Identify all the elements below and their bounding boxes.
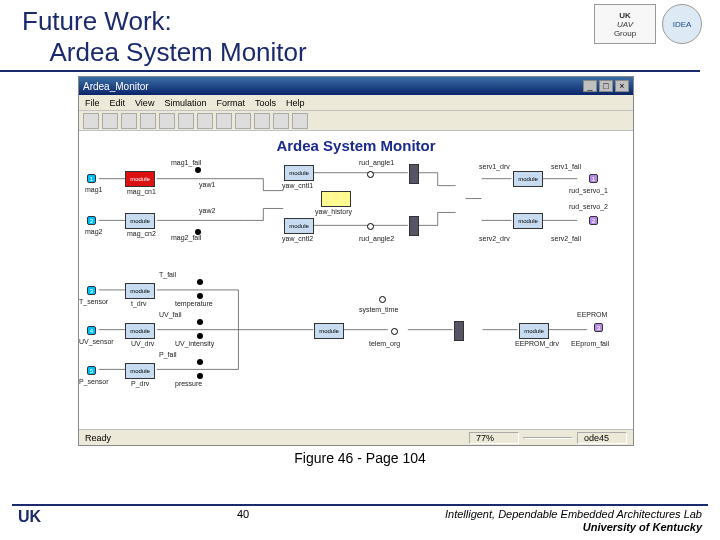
label-serv1-fail: serv1_fail	[551, 163, 581, 170]
junction-icon	[391, 328, 398, 335]
menu-edit[interactable]: Edit	[110, 98, 126, 108]
module-t-drv[interactable]: module	[125, 283, 155, 299]
label-eeprom: EEPROM	[577, 311, 607, 318]
terminator-icon	[197, 333, 203, 339]
label-t-sensor: T_sensor	[79, 298, 108, 305]
terminator-icon	[197, 293, 203, 299]
menu-view[interactable]: View	[135, 98, 154, 108]
logo-uav: UK UAV Group	[594, 4, 656, 44]
outport-eeprom[interactable]: 3	[594, 323, 603, 332]
label-rud-servo-2: rud_servo_2	[569, 203, 608, 210]
label-eeprom-drv: EEPROM_drv	[515, 340, 559, 347]
menu-help[interactable]: Help	[286, 98, 305, 108]
toolbar-button[interactable]	[216, 113, 232, 129]
module-telem[interactable]: module	[314, 323, 344, 339]
label-mag-cn1: mag_cn1	[127, 188, 156, 195]
module-mag-cn1-red[interactable]: module	[125, 171, 155, 187]
toolbar-button[interactable]	[292, 113, 308, 129]
toolbar-button[interactable]	[159, 113, 175, 129]
figure-caption: Figure 46 - Page 104	[0, 450, 720, 466]
label-pressure: pressure	[175, 380, 202, 387]
window-titlebar[interactable]: Ardea_Monitor _ □ ×	[79, 77, 633, 95]
menu-tools[interactable]: Tools	[255, 98, 276, 108]
menu-format[interactable]: Format	[216, 98, 245, 108]
label-mag2: mag2	[85, 228, 103, 235]
junction-icon	[379, 296, 386, 303]
toolbar-button[interactable]	[178, 113, 194, 129]
canvas-title: Ardea System Monitor	[276, 137, 435, 154]
module-p-drv[interactable]: module	[125, 363, 155, 379]
module-yaw-cntl2[interactable]: module	[284, 218, 314, 234]
terminator-icon	[197, 359, 203, 365]
label-mag2-fail: mag2_fail	[171, 234, 201, 241]
menubar: File Edit View Simulation Format Tools H…	[79, 95, 633, 111]
module-eeprom-drv[interactable]: module	[519, 323, 549, 339]
label-p-drv: P_drv	[131, 380, 149, 387]
toolbar-button[interactable]	[102, 113, 118, 129]
statusbar: Ready 77% ode45	[79, 429, 633, 445]
title-rule	[0, 70, 700, 72]
lab-credit: Intelligent, Dependable Embedded Archite…	[445, 508, 702, 534]
port-mag1[interactable]: 1	[87, 174, 96, 183]
label-uv-intensity: UV_intensity	[175, 340, 214, 347]
maximize-button[interactable]: □	[599, 80, 613, 92]
toolbar-button[interactable]	[235, 113, 251, 129]
diagram-canvas[interactable]: Ardea System Monitor	[79, 131, 633, 429]
port-t-sensor[interactable]: 3	[87, 286, 96, 295]
toolbar-button[interactable]	[254, 113, 270, 129]
switch-block[interactable]	[409, 164, 419, 184]
minimize-button[interactable]: _	[583, 80, 597, 92]
toolbar-button[interactable]	[197, 113, 213, 129]
page-number: 40	[237, 508, 249, 520]
label-system-time: system_time	[359, 306, 398, 313]
label-serv2-fail: serv2_fail	[551, 235, 581, 242]
module-mag-cn2[interactable]: module	[125, 213, 155, 229]
status-blank	[523, 437, 573, 439]
toolbar-button[interactable]	[140, 113, 156, 129]
label-mag1: mag1	[85, 186, 103, 193]
footer: UK 40 Intelligent, Dependable Embedded A…	[0, 504, 720, 534]
terminator-icon	[197, 373, 203, 379]
menu-simulation[interactable]: Simulation	[164, 98, 206, 108]
label-p-sensor: P_sensor	[79, 378, 109, 385]
label-temperature: temperature	[175, 300, 213, 307]
module-serv1[interactable]: module	[513, 171, 543, 187]
switch-block[interactable]	[409, 216, 419, 236]
label-yaw-cntl2: yaw_cntl2	[282, 235, 313, 242]
logo-idea: IDEA	[662, 4, 702, 44]
label-telem-org: telem_org	[369, 340, 400, 347]
module-yaw-history[interactable]	[321, 191, 351, 207]
label-rud-angle2: rud_angle2	[359, 235, 394, 242]
toolbar-button[interactable]	[121, 113, 137, 129]
label-eeprom-fail: EEprom_fail	[571, 340, 609, 347]
terminator-icon	[197, 319, 203, 325]
menu-file[interactable]: File	[85, 98, 100, 108]
port-p-sensor[interactable]: 5	[87, 366, 96, 375]
switch-block[interactable]	[454, 321, 464, 341]
close-button[interactable]: ×	[615, 80, 629, 92]
wires	[79, 131, 633, 429]
port-mag2[interactable]: 2	[87, 216, 96, 225]
port-uv-sensor[interactable]: 4	[87, 326, 96, 335]
junction-icon	[367, 223, 374, 230]
toolbar-button[interactable]	[83, 113, 99, 129]
label-rud-angle1: rud_angle1	[359, 159, 394, 166]
module-uv-drv[interactable]: module	[125, 323, 155, 339]
outport-rud-servo-2[interactable]: 2	[589, 216, 598, 225]
label-uv-drv: UV_drv	[131, 340, 154, 347]
app-window: Ardea_Monitor _ □ × File Edit View Simul…	[78, 76, 634, 446]
label-uv-sensor: UV_sensor	[79, 338, 114, 345]
label-uv-fail: UV_fail	[159, 311, 182, 318]
label-serv2-drv: serv2_drv	[479, 235, 510, 242]
label-yaw-cntl1: yaw_cntl1	[282, 182, 313, 189]
module-serv2[interactable]: module	[513, 213, 543, 229]
outport-rud-servo-1[interactable]: 1	[589, 174, 598, 183]
terminator-icon	[197, 279, 203, 285]
status-solver: ode45	[577, 432, 627, 444]
label-p-fail: P_fail	[159, 351, 177, 358]
module-yaw-cntl1[interactable]: module	[284, 165, 314, 181]
toolbar	[79, 111, 633, 131]
toolbar-button[interactable]	[273, 113, 289, 129]
status-ready: Ready	[85, 433, 111, 443]
label-mag-cn2: mag_cn2	[127, 230, 156, 237]
